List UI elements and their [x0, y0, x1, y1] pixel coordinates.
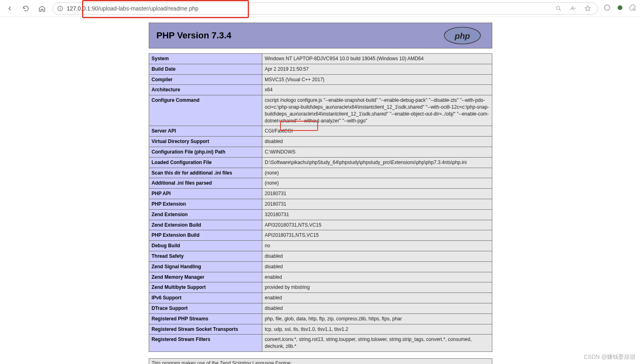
- info-value: enabled: [262, 293, 492, 303]
- info-key: Zend Memory Manager: [149, 272, 262, 282]
- info-value: disabled: [262, 137, 492, 147]
- table-row: Build DateApr 2 2019 21:50:57: [149, 64, 492, 74]
- info-value: API320180731,NTS,VC15: [262, 220, 492, 230]
- info-value: (none): [262, 178, 492, 189]
- table-row: Server APICGI/FastCGI: [149, 126, 492, 137]
- table-row: IPv6 Supportenabled: [149, 293, 492, 303]
- info-value: convert.iconv.*, string.rot13, string.to…: [262, 335, 492, 352]
- info-value: php, file, glob, data, http, ftp, zip, c…: [262, 314, 492, 324]
- table-row: Architecturex64: [149, 85, 492, 95]
- table-row: PHP Extension20180731: [149, 199, 492, 209]
- url-host: 127.0.0.1: [67, 5, 90, 12]
- table-row: Additional .ini files parsed(none): [149, 178, 492, 189]
- table-row: Registered Stream Socket Transportstcp, …: [149, 324, 492, 335]
- info-key: DTrace Support: [149, 303, 262, 314]
- table-row: Zend Extension320180731: [149, 209, 492, 220]
- table-row: Zend Extension BuildAPI320180731,NTS,VC1…: [149, 220, 492, 230]
- back-button[interactable]: [4, 3, 15, 14]
- info-key: PHP Extension: [149, 199, 262, 209]
- info-key: Debug Build: [149, 241, 262, 251]
- php-logo: php: [440, 26, 485, 45]
- info-key: IPv6 Support: [149, 293, 262, 303]
- info-value: disabled: [262, 251, 492, 261]
- table-row: PHP Extension BuildAPI20180731,NTS,VC15: [149, 230, 492, 241]
- info-value: tcp, udp, ssl, tls, tlsv1.0, tlsv1.1, tl…: [262, 324, 492, 335]
- table-row: DTrace Supportdisabled: [149, 303, 492, 314]
- info-value: enabled: [262, 272, 492, 282]
- info-key: Loaded Configuration File: [149, 157, 262, 168]
- address-bar[interactable]: 127.0.0.1:90/upload-labs-master/upload/r…: [53, 2, 598, 15]
- info-key: Architecture: [149, 85, 262, 95]
- info-key: Thread Safety: [149, 251, 262, 261]
- table-row: Zend Signal Handlingdisabled: [149, 261, 492, 272]
- phpinfo-table: SystemWindows NT LAPTOP-8DJVC9S4 10.0 bu…: [149, 53, 492, 352]
- table-row: Zend Memory Managerenabled: [149, 272, 492, 282]
- info-value: (none): [262, 168, 492, 178]
- svg-point-2: [60, 6, 60, 7]
- table-row: Zend Multibyte Supportprovided by mbstri…: [149, 282, 492, 293]
- info-value: API20180731,NTS,VC15: [262, 230, 492, 241]
- table-row: Registered Stream Filtersconvert.iconv.*…: [149, 335, 492, 352]
- info-value: 320180731: [262, 209, 492, 220]
- info-key: Server API: [149, 126, 262, 137]
- table-row: Scan this dir for additional .ini files(…: [149, 168, 492, 178]
- info-key: Zend Extension: [149, 209, 262, 220]
- refresh-button[interactable]: [20, 3, 32, 14]
- info-key: Zend Multibyte Support: [149, 282, 262, 293]
- extension-green-icon[interactable]: [616, 4, 624, 13]
- table-row: SystemWindows NT LAPTOP-8DJVC9S4 10.0 bu…: [149, 54, 492, 64]
- info-value: disabled: [262, 303, 492, 314]
- table-row: PHP API20180731: [149, 189, 492, 199]
- info-key: Registered Stream Socket Transports: [149, 324, 262, 335]
- info-key: Registered PHP Streams: [149, 314, 262, 324]
- page-content[interactable]: PHP Version 7.3.4 php SystemWindows NT L…: [0, 17, 641, 364]
- info-value: provided by mbstring: [262, 282, 492, 293]
- info-key: Zend Extension Build: [149, 220, 262, 230]
- info-value: Apr 2 2019 21:50:57: [262, 64, 492, 74]
- info-value: MSVC15 (Visual C++ 2017): [262, 74, 492, 85]
- read-aloud-icon[interactable]: A»: [569, 4, 578, 13]
- info-key: PHP Extension Build: [149, 230, 262, 241]
- info-value: disabled: [262, 261, 492, 272]
- info-value: D:\Software\pikachu\phpStudy_64\phpstudy…: [262, 157, 492, 168]
- info-value: 20180731: [262, 189, 492, 199]
- info-value: cscript /nologo configure.js "--enable-s…: [262, 95, 492, 126]
- footer-note: This program makes use of the Zend Scrip…: [149, 358, 492, 364]
- browser-toolbar: 127.0.0.1:90/upload-labs-master/upload/r…: [0, 0, 641, 17]
- info-key: Configuration File (php.ini) Path: [149, 147, 262, 157]
- info-key: Additional .ini files parsed: [149, 178, 262, 189]
- svg-point-6: [618, 5, 622, 10]
- table-row: Loaded Configuration FileD:\Software\pik…: [149, 157, 492, 168]
- info-key: System: [149, 54, 262, 64]
- info-key: Build Date: [149, 64, 262, 74]
- table-row: Thread Safetydisabled: [149, 251, 492, 261]
- info-key: Zend Signal Handling: [149, 261, 262, 272]
- extension-circle-icon[interactable]: [603, 4, 611, 13]
- home-button[interactable]: [36, 3, 48, 14]
- info-key: Registered Stream Filters: [149, 335, 262, 352]
- page-title: PHP Version 7.3.4: [156, 30, 231, 41]
- svg-text:php: php: [454, 31, 470, 40]
- table-row: Configure Commandcscript /nologo configu…: [149, 95, 492, 126]
- svg-point-5: [604, 5, 609, 10]
- info-value: 20180731: [262, 199, 492, 209]
- table-row: CompilerMSVC15 (Visual C++ 2017): [149, 74, 492, 85]
- phpinfo-header: PHP Version 7.3.4 php: [149, 23, 492, 48]
- info-value: no: [262, 241, 492, 251]
- site-info-icon[interactable]: [57, 5, 63, 12]
- zoom-icon[interactable]: [554, 4, 563, 13]
- table-row: Configuration File (php.ini) PathC:\WIND…: [149, 147, 492, 157]
- info-value: C:\WINDOWS: [262, 147, 492, 157]
- info-key: Compiler: [149, 74, 262, 85]
- favorite-icon[interactable]: [583, 4, 592, 13]
- info-value: x64: [262, 85, 492, 95]
- extension-puzzle-icon[interactable]: [629, 4, 637, 13]
- table-row: Registered PHP Streamsphp, file, glob, d…: [149, 314, 492, 324]
- table-row: Virtual Directory Supportdisabled: [149, 137, 492, 147]
- info-key: Configure Command: [149, 95, 262, 126]
- svg-point-3: [557, 6, 560, 9]
- url-path: :90/upload-labs-master/upload/readme.php: [90, 5, 198, 12]
- info-key: Virtual Directory Support: [149, 137, 262, 147]
- url-text: 127.0.0.1:90/upload-labs-master/upload/r…: [67, 5, 552, 12]
- info-key: Scan this dir for additional .ini files: [149, 168, 262, 178]
